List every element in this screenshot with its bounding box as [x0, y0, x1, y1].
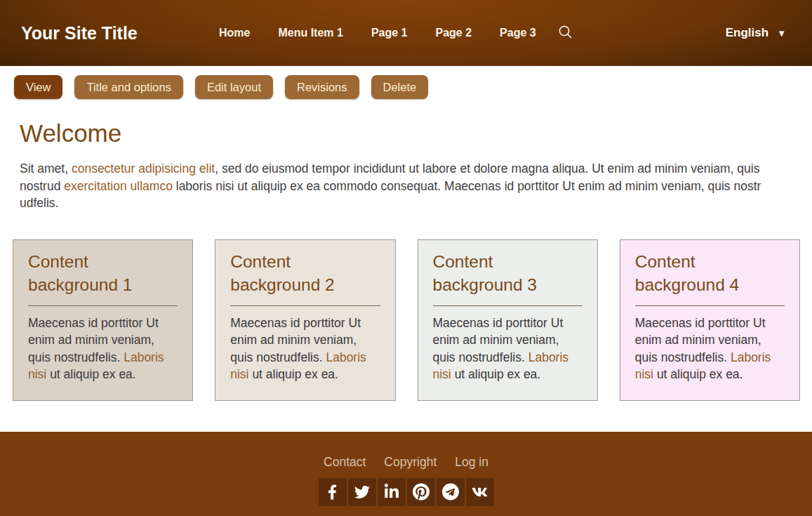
card-text-part: ut aliquip ex ea. — [46, 367, 135, 381]
language-label: English — [726, 26, 768, 40]
nav-item-page-3[interactable]: Page 3 — [500, 27, 536, 39]
site-title[interactable]: Your Site Title — [21, 21, 140, 46]
footer-links: Contact Copyright Log in — [324, 455, 488, 470]
facebook-link[interactable] — [319, 478, 347, 506]
pinterest-icon — [413, 483, 430, 501]
vk-link[interactable] — [466, 478, 494, 506]
card-text: Maecenas id porttitor Ut enim ad minim v… — [28, 315, 178, 383]
facebook-icon — [328, 484, 337, 501]
card-title: Content background 3 — [433, 250, 583, 296]
card-text-part: ut aliquip ex ea. — [451, 367, 540, 381]
main-nav: Home Menu Item 1 Page 1 Page 2 Page 3 — [219, 27, 536, 39]
telegram-link[interactable] — [437, 478, 465, 506]
footer-link-contact[interactable]: Contact — [324, 455, 366, 470]
social-links — [319, 478, 494, 506]
intro-link-1[interactable]: consectetur adipisicing elit — [72, 161, 215, 176]
tab-view[interactable]: View — [14, 75, 62, 99]
card-text-part: ut aliquip ex ea. — [653, 367, 743, 381]
search-icon — [558, 25, 573, 42]
card-divider — [635, 305, 785, 306]
twitter-icon — [354, 484, 370, 500]
card-text: Maecenas id porttitor Ut enim ad minim v… — [433, 315, 583, 383]
nav-item-home[interactable]: Home — [219, 27, 250, 39]
nav-item-page-2[interactable]: Page 2 — [436, 27, 472, 39]
card-title: Content background 4 — [635, 250, 785, 296]
tab-revisions[interactable]: Revisions — [285, 75, 359, 99]
chevron-down-icon: ▼ — [777, 29, 786, 38]
pinterest-link[interactable] — [407, 478, 435, 506]
admin-tabs: View Title and options Edit layout Revis… — [0, 66, 812, 99]
site-footer: Contact Copyright Log in — [0, 432, 812, 516]
intro-link-2[interactable]: exercitation ullamco — [64, 179, 173, 193]
telegram-icon — [442, 483, 459, 501]
content-card-2: Content background 2 Maecenas id porttit… — [215, 239, 395, 401]
tab-edit-layout[interactable]: Edit layout — [195, 75, 273, 99]
card-title: Content background 2 — [230, 250, 380, 296]
nav-item-menu-item-1[interactable]: Menu Item 1 — [278, 27, 342, 39]
linkedin-link[interactable] — [378, 478, 406, 506]
footer-link-copyright[interactable]: Copyright — [384, 455, 437, 470]
intro-paragraph: Sit amet, consectetur adipisicing elit, … — [20, 160, 792, 212]
page-title: Welcome — [20, 119, 792, 147]
card-divider — [230, 305, 380, 306]
search-button[interactable] — [558, 25, 573, 42]
content-card-4: Content background 4 Maecenas id porttit… — [620, 239, 800, 401]
main-content: Welcome Sit amet, consectetur adipisicin… — [0, 119, 812, 212]
site-header: Your Site Title Home Menu Item 1 Page 1 … — [0, 0, 812, 66]
vk-icon — [472, 485, 488, 499]
tab-delete[interactable]: Delete — [371, 75, 429, 99]
footer-link-login[interactable]: Log in — [455, 455, 488, 470]
card-text-part: ut aliquip ex ea. — [249, 367, 338, 381]
card-text: Maecenas id porttitor Ut enim ad minim v… — [230, 315, 380, 383]
card-divider — [28, 305, 178, 306]
linkedin-icon — [385, 484, 399, 500]
intro-text: Sit amet, — [20, 161, 72, 176]
card-text: Maecenas id porttitor Ut enim ad minim v… — [635, 315, 785, 383]
language-selector[interactable]: English ▼ — [726, 26, 786, 40]
nav-item-page-1[interactable]: Page 1 — [371, 27, 408, 39]
content-cards: Content background 1 Maecenas id porttit… — [13, 239, 800, 401]
card-title: Content background 1 — [28, 250, 178, 296]
twitter-link[interactable] — [348, 478, 376, 506]
tab-title-and-options[interactable]: Title and options — [74, 75, 182, 99]
content-card-1: Content background 1 Maecenas id porttit… — [13, 239, 193, 401]
card-divider — [433, 305, 583, 306]
content-card-3: Content background 3 Maecenas id porttit… — [418, 239, 598, 401]
